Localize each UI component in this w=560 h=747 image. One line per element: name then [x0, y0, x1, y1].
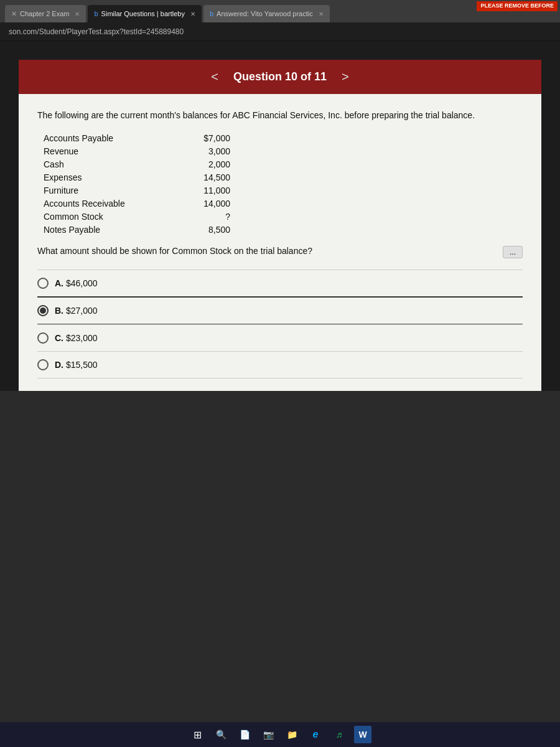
page-background: < Question 10 of 11 > The following are … — [0, 41, 560, 391]
balance-value-cash: 2,000 — [180, 159, 230, 169]
balance-value-furn: 11,000 — [180, 186, 230, 195]
balance-row-ar: Accounts Receivable 14,000 — [44, 199, 523, 209]
balance-label-rev: Revenue — [44, 146, 180, 156]
balance-row-rev: Revenue 3,000 — [44, 146, 523, 156]
balance-label-np: Notes Payable — [44, 225, 180, 235]
balance-value-np: 8,500 — [180, 225, 230, 235]
balance-label-furn: Furniture — [44, 186, 180, 195]
tab-close-answered[interactable]: ✕ — [319, 11, 324, 17]
option-d[interactable]: D. $15,500 — [37, 351, 523, 378]
tab-bartleby[interactable]: b Similar Questions | bartleby ✕ — [88, 5, 201, 22]
please-remove-overlay: PLEASE REMOVE BEFORE — [477, 1, 558, 11]
question-counter: Question 10 of 11 — [233, 70, 327, 83]
taskbar-word-icon[interactable]: W — [354, 726, 371, 743]
tab-label-answered: Answered: Vito Yarwood practic — [217, 10, 313, 17]
radio-d[interactable] — [37, 359, 49, 370]
option-b-value: $27,000 — [66, 306, 98, 316]
question-text: What amount should be shown for Common S… — [37, 246, 312, 256]
address-text: son.com/Student/PlayerTest.aspx?testId=2… — [9, 27, 184, 36]
taskbar-windows-icon[interactable]: ⊞ — [189, 726, 206, 743]
tab-label-bartleby: Similar Questions | bartleby — [101, 10, 185, 17]
ellipsis-button[interactable]: ... — [503, 246, 523, 258]
radio-a[interactable] — [37, 278, 49, 289]
balance-value-rev: 3,000 — [180, 146, 230, 156]
option-c-value: $23,000 — [66, 333, 98, 343]
intro-text: The following are the current month's ba… — [37, 109, 523, 122]
option-c-label: C. — [55, 333, 63, 343]
balance-row-np: Notes Payable 8,500 — [44, 225, 523, 235]
taskbar-edge-icon[interactable]: e — [307, 726, 324, 743]
tab-icon-bartleby: b — [94, 10, 98, 17]
balance-value-ar: 14,000 — [180, 199, 230, 209]
balance-label-ar: Accounts Receivable — [44, 199, 180, 209]
option-a[interactable]: A. $46,000 — [37, 270, 523, 296]
option-a-label: A. — [55, 278, 63, 288]
option-d-label: D. — [55, 360, 63, 370]
taskbar-folder-icon[interactable]: 📁 — [283, 726, 301, 743]
balance-label-exp: Expenses — [44, 172, 180, 182]
taskbar: ⊞ 🔍 📄 📷 📁 e ♬ W — [0, 722, 560, 747]
radio-c[interactable] — [37, 332, 49, 344]
balance-row-furn: Furniture 11,000 — [44, 186, 523, 195]
address-bar[interactable]: son.com/Student/PlayerTest.aspx?testId=2… — [0, 22, 560, 41]
balance-label-cash: Cash — [44, 159, 180, 169]
balance-row-cash: Cash 2,000 — [44, 159, 523, 169]
tab-close-bartleby[interactable]: ✕ — [190, 11, 195, 17]
balance-row-exp: Expenses 14,500 — [44, 172, 523, 182]
next-question-button[interactable]: > — [337, 68, 354, 85]
balance-label-ap: Accounts Payable — [44, 133, 180, 143]
tab-answered[interactable]: b Answered: Vito Yarwood practic ✕ — [203, 5, 330, 22]
prev-question-button[interactable]: < — [206, 68, 223, 85]
tab-label-chapter2: Chapter 2 Exam — [20, 10, 69, 17]
balance-value-cs: ? — [180, 212, 230, 222]
taskbar-file-icon[interactable]: 📄 — [236, 726, 253, 743]
tab-icon-chapter2: ✕ — [11, 10, 17, 18]
answer-options: A. $46,000 B. $27,000 C. $23,000 D. $15,… — [19, 270, 541, 391]
taskbar-camera-icon[interactable]: 📷 — [259, 726, 277, 743]
balance-value-ap: $7,000 — [180, 133, 230, 143]
tab-close-chapter2[interactable]: ✕ — [75, 11, 80, 17]
browser-chrome: PLEASE REMOVE BEFORE ✕ Chapter 2 Exam ✕ … — [0, 0, 560, 22]
tab-chapter2[interactable]: ✕ Chapter 2 Exam ✕ — [5, 5, 86, 22]
balance-row-ap: Accounts Payable $7,000 — [44, 133, 523, 143]
radio-b[interactable] — [37, 305, 49, 316]
balance-value-exp: 14,500 — [180, 172, 230, 182]
question-content: The following are the current month's ba… — [19, 94, 541, 270]
tab-icon-answered: b — [210, 10, 213, 17]
option-d-value: $15,500 — [66, 360, 98, 370]
option-b[interactable]: B. $27,000 — [37, 296, 523, 324]
taskbar-spotify-icon[interactable]: ♬ — [330, 726, 348, 743]
balance-label-cs: Common Stock — [44, 212, 180, 222]
question-header: < Question 10 of 11 > — [19, 60, 541, 94]
option-b-label: B. — [55, 306, 63, 316]
balance-table: Accounts Payable $7,000 Revenue 3,000 Ca… — [44, 133, 523, 235]
radio-b-inner — [40, 308, 46, 314]
taskbar-search-icon[interactable]: 🔍 — [212, 726, 230, 743]
option-c[interactable]: C. $23,000 — [37, 324, 523, 351]
balance-row-cs: Common Stock ? — [44, 212, 523, 222]
option-a-value: $46,000 — [66, 278, 98, 288]
